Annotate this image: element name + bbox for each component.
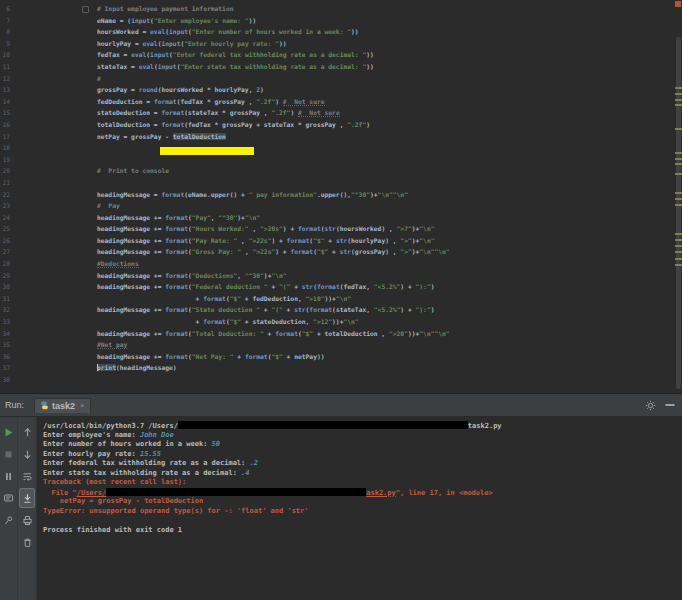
console-line: Enter state tax withholding rate as a de… — [43, 469, 682, 479]
console-text: TypeError: unsupported operand type(s) f… — [43, 507, 309, 515]
line-number[interactable]: 10 — [0, 49, 10, 61]
pin-tab-button[interactable] — [1, 510, 17, 530]
line-number[interactable]: 30 — [0, 281, 10, 293]
line-number[interactable]: 20 — [0, 165, 10, 177]
line-number[interactable]: 36 — [0, 351, 10, 363]
console-line: netPay = grossPay - totalDeduction — [43, 497, 682, 507]
line-number[interactable]: 33 — [0, 316, 10, 328]
editor-scrollbar[interactable] — [676, 37, 681, 389]
line-number[interactable]: 12 — [0, 73, 10, 85]
traceback-file-link[interactable]: /Users/ — [77, 489, 107, 497]
line-number[interactable]: 26 — [0, 235, 10, 247]
code-line[interactable]: 13grossPay = round(hoursWorked * hourlyP… — [0, 84, 682, 96]
line-number[interactable]: 32 — [0, 304, 10, 316]
line-number[interactable]: 6 — [0, 3, 10, 15]
line-number[interactable]: 8 — [0, 26, 10, 38]
code-line[interactable]: 9hourlyPay = eval(input("Enter hourly pa… — [0, 38, 682, 50]
fold-marker-icon[interactable] — [82, 6, 89, 13]
down-stack-button[interactable] — [19, 444, 35, 464]
line-number[interactable]: 34 — [0, 328, 10, 340]
scroll-to-end-button[interactable] — [19, 488, 35, 508]
code-line[interactable]: 20# Print to console — [0, 165, 682, 177]
code-line[interactable]: 12# — [0, 73, 682, 85]
minimize-icon — [665, 400, 675, 410]
warning-tick — [675, 163, 682, 165]
warning-tick — [675, 239, 682, 241]
pause-output-button[interactable] — [1, 466, 17, 486]
line-number[interactable]: 25 — [0, 223, 10, 235]
console-line: File "/Users/ask2.py", line 17, in <modu… — [43, 488, 682, 498]
line-number[interactable]: 16 — [0, 119, 10, 131]
stop-button[interactable] — [1, 444, 17, 464]
print-button[interactable] — [19, 510, 35, 530]
line-number[interactable]: 22 — [0, 189, 10, 201]
code-line[interactable]: 24headingMessage += format("Pay", "^30")… — [0, 212, 682, 224]
show-console-button[interactable] — [1, 488, 17, 508]
console-text: 50 — [212, 440, 220, 448]
run-toolbar-right — [18, 417, 37, 600]
code-line[interactable]: 27headingMessage += format("Gross Pay: "… — [0, 246, 682, 258]
code-line[interactable]: 37print(headingMessage) — [0, 362, 682, 374]
warning-tick — [675, 152, 682, 154]
line-number[interactable]: 15 — [0, 107, 10, 119]
editor[interactable]: 6# Input employee payment information7eN… — [0, 0, 682, 394]
line-number[interactable]: 11 — [0, 61, 10, 73]
line-number[interactable]: 27 — [0, 246, 10, 258]
soft-wrap-button[interactable] — [19, 466, 35, 486]
code-line[interactable]: 23# Pay — [0, 200, 682, 212]
caret-word: print — [97, 364, 116, 371]
code-line[interactable]: 35#Net pay — [0, 339, 682, 351]
clear-console-button[interactable] — [19, 532, 35, 552]
code-line[interactable]: 21 — [0, 177, 682, 189]
error-stripe-status-icon[interactable] — [675, 1, 681, 7]
code-line[interactable]: 15stateDeduction = format(stateTax * gro… — [0, 107, 682, 119]
code-line[interactable]: 25headingMessage += format("Hours Worked… — [0, 223, 682, 235]
line-number[interactable]: 23 — [0, 200, 10, 212]
code-line[interactable]: 19 — [0, 154, 682, 166]
code-line[interactable]: 22headingMessage = format(eName.upper() … — [0, 189, 682, 201]
code-line[interactable]: 16totalDeduction = format(fedTax * gross… — [0, 119, 682, 131]
line-number[interactable]: 14 — [0, 96, 10, 108]
line-number[interactable]: 28 — [0, 258, 10, 270]
code-line[interactable]: 6# Input employee payment information — [0, 3, 682, 15]
line-number[interactable]: 9 — [0, 38, 10, 50]
run-console-output[interactable]: /usr/local/bin/python3.7 /Users/task2.py… — [37, 417, 682, 600]
line-number[interactable]: 31 — [0, 293, 10, 305]
console-text: Enter hourly pay rate: — [43, 450, 140, 458]
code-line[interactable]: 11stateTax = eval(input("Enter state tax… — [0, 61, 682, 73]
code-line[interactable]: 17netPay = grossPay - totalDeduction — [0, 131, 682, 143]
code-line[interactable]: 38 — [0, 374, 682, 386]
code-line[interactable]: 30headingMessage += format("Federal dedu… — [0, 281, 682, 293]
line-number[interactable]: 24 — [0, 212, 10, 224]
line-number[interactable]: 18 — [0, 142, 10, 154]
line-number[interactable]: 38 — [0, 374, 10, 386]
line-number[interactable]: 13 — [0, 84, 10, 96]
traceback-file-link[interactable]: ask2.py — [366, 489, 396, 497]
code-line[interactable]: 26headingMessage += format("Pay Rate: " … — [0, 235, 682, 247]
line-number[interactable]: 19 — [0, 154, 10, 166]
up-stack-button[interactable] — [19, 422, 35, 442]
line-number[interactable]: 37 — [0, 362, 10, 374]
rerun-button[interactable] — [1, 422, 17, 442]
line-number[interactable]: 17 — [0, 131, 10, 143]
code-line[interactable]: 31 + format("$" + fedDeduction, ">10"))+… — [0, 293, 682, 305]
settings-gear-button[interactable] — [645, 400, 656, 411]
code-line[interactable]: 10fedTax = eval(input("Enter federal tax… — [0, 49, 682, 61]
code-line[interactable]: 32headingMessage += format("State deduct… — [0, 304, 682, 316]
line-number[interactable]: 21 — [0, 177, 10, 189]
code-line[interactable]: 36headingMessage += format("Net Pay: " +… — [0, 351, 682, 363]
code-line[interactable]: 34headingMessage += format("Total Deduct… — [0, 328, 682, 340]
line-number[interactable]: 7 — [0, 15, 10, 27]
code-line[interactable]: 8hoursWorked = eval(input("Enter number … — [0, 26, 682, 38]
code-line[interactable]: 7eName = (input("Enter employee's name: … — [0, 15, 682, 27]
close-tab-icon[interactable]: × — [80, 401, 85, 410]
run-tab-task2[interactable]: task2 × — [34, 398, 91, 413]
code-line[interactable]: 33 + format("$" + stateDeduction, ">12")… — [0, 316, 682, 328]
code-line[interactable]: 14fedDeduction = format(fedTax * grossPa… — [0, 96, 682, 108]
code-line[interactable]: 29headingMessage += format("Deductions",… — [0, 270, 682, 282]
code-line[interactable]: 28#Deductions — [0, 258, 682, 270]
hide-panel-button[interactable] — [665, 400, 675, 410]
line-number[interactable]: 35 — [0, 339, 10, 351]
code-line[interactable]: 18 — [0, 142, 682, 154]
line-number[interactable]: 29 — [0, 270, 10, 282]
